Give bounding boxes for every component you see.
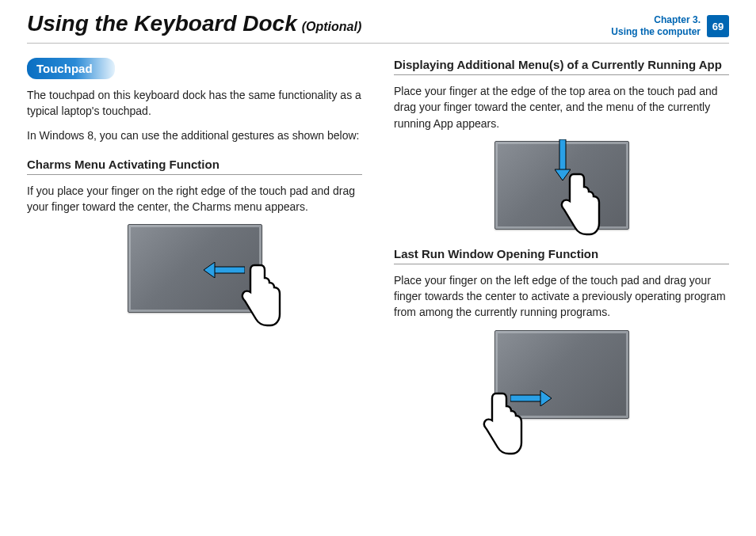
touchpad-graphic <box>494 330 629 419</box>
touchpad-surface <box>494 330 629 419</box>
section-label-touchpad: Touchpad <box>27 58 115 79</box>
last-run-illustration <box>394 330 729 419</box>
touchpad-graphic <box>494 141 629 230</box>
charms-illustration <box>27 224 362 313</box>
right-column: Displaying Additional Menu(s) of a Curre… <box>394 58 729 436</box>
last-run-body: Place your finger on the left edge of th… <box>394 272 729 321</box>
page-header: Using the Keyboard Dock (Optional) Chapt… <box>27 11 729 44</box>
page: Using the Keyboard Dock (Optional) Chapt… <box>0 0 756 452</box>
chapter-block: Chapter 3. Using the computer 69 <box>611 14 729 38</box>
charms-body: If you place your finger on the right ed… <box>27 183 362 215</box>
display-menu-heading: Displaying Additional Menu(s) of a Curre… <box>394 58 729 75</box>
touchpad-surface <box>494 141 629 230</box>
intro-paragraph-2: In Windows 8, you can use the additional… <box>27 127 362 143</box>
page-number: 69 <box>712 21 724 32</box>
chapter-line-1: Chapter 3. <box>611 14 701 26</box>
title-block: Using the Keyboard Dock (Optional) <box>27 11 361 36</box>
chapter-text: Chapter 3. Using the computer <box>611 14 701 38</box>
display-menu-body: Place your finger at the edge of the top… <box>394 83 729 131</box>
last-run-heading: Last Run Window Opening Function <box>394 247 729 264</box>
touchpad-graphic <box>128 224 262 313</box>
touchpad-surface <box>128 224 262 313</box>
intro-paragraph-1: The touchpad on this keyboard dock has t… <box>27 87 362 120</box>
chapter-line-2: Using the computer <box>611 26 701 38</box>
page-title: Using the Keyboard Dock <box>27 11 297 36</box>
page-title-suffix: (Optional) <box>302 20 362 34</box>
display-menu-illustration <box>394 141 729 230</box>
content-columns: Touchpad The touchpad on this keyboard d… <box>27 58 729 436</box>
charms-heading: Charms Menu Activating Function <box>27 158 362 175</box>
page-number-badge: 69 <box>707 15 729 37</box>
left-column: Touchpad The touchpad on this keyboard d… <box>27 58 362 436</box>
